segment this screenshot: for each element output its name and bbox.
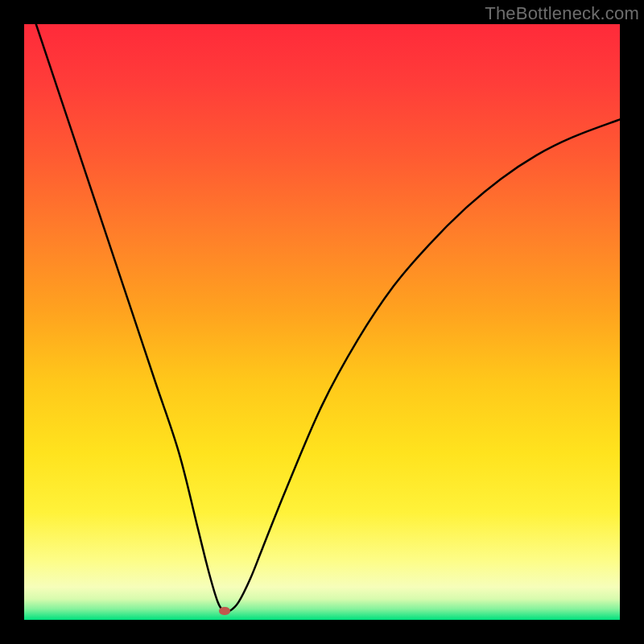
svg-rect-0 <box>24 24 620 620</box>
chart-background-gradient <box>24 24 620 620</box>
optimal-point-marker <box>219 607 230 615</box>
watermark-text: TheBottleneck.com <box>485 3 639 24</box>
chart-frame <box>24 24 620 620</box>
